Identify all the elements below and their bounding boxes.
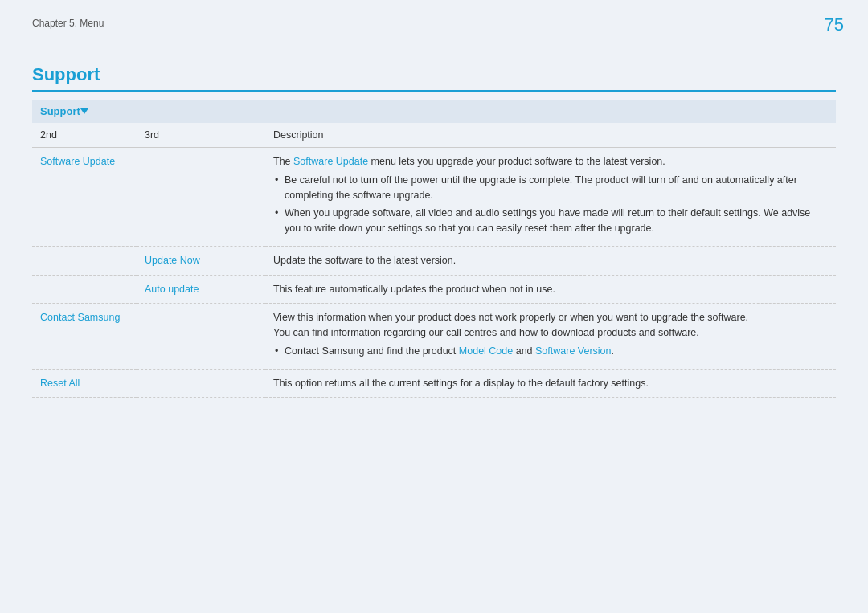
col-desc-header: Description — [265, 123, 836, 148]
support-table: 2nd 3rd Description Software Update The … — [32, 123, 836, 398]
contact-bullet: Contact Samsung and find the product Mod… — [273, 344, 828, 359]
software-version-link[interactable]: Software Version — [535, 345, 612, 357]
auto-update-col3: Auto update — [137, 275, 265, 304]
bullet-and: and — [513, 345, 535, 357]
contact-desc-line2: You can find information regarding our c… — [273, 327, 699, 338]
desc-end: menu lets you upgrade your product softw… — [368, 156, 665, 167]
support-section: Support 2nd 3rd Description Software Upd… — [32, 100, 836, 398]
col-2nd-header: 2nd — [32, 123, 137, 148]
update-now-col2 — [32, 246, 137, 275]
software-update-col3 — [137, 148, 265, 247]
bullet-1: Be careful not to turn off the power unt… — [273, 173, 828, 203]
page-number: 75 — [825, 14, 844, 35]
support-header-text: Support — [40, 105, 80, 117]
triangle-down-icon — [80, 108, 88, 114]
software-update-desc: The Software Update menu lets you upgrad… — [265, 148, 836, 247]
model-code-link[interactable]: Model Code — [459, 345, 513, 357]
bullet-period: . — [612, 345, 614, 357]
contact-samsung-col2: Contact Samsung — [32, 304, 137, 369]
software-update-col2: Software Update — [32, 148, 137, 247]
software-update-inline-link[interactable]: Software Update — [293, 156, 368, 167]
reset-all-col2: Reset All — [32, 369, 137, 398]
contact-samsung-col3 — [137, 304, 265, 369]
update-now-link[interactable]: Update Now — [145, 255, 200, 266]
update-now-col3: Update Now — [137, 246, 265, 275]
table-row: Auto update This feature automatically u… — [32, 275, 836, 304]
support-header-row: Support — [32, 100, 836, 123]
title-divider — [32, 90, 836, 92]
bullet-intro: Contact Samsung and find the product — [285, 345, 459, 357]
auto-update-col2 — [32, 275, 137, 304]
reset-all-col3 — [137, 369, 265, 398]
bullet-2: When you upgrade software, all video and… — [273, 206, 828, 236]
contact-samsung-desc: View this information when your product … — [265, 304, 836, 369]
chapter-label: Chapter 5. Menu — [32, 18, 104, 29]
update-now-desc: Update the software to the latest versio… — [265, 246, 836, 275]
section-title: Support — [32, 64, 836, 85]
contact-samsung-bullets: Contact Samsung and find the product Mod… — [273, 344, 828, 359]
reset-all-link[interactable]: Reset All — [40, 378, 80, 389]
auto-update-link[interactable]: Auto update — [145, 284, 199, 295]
software-update-link[interactable]: Software Update — [40, 156, 115, 167]
contact-samsung-link[interactable]: Contact Samsung — [40, 312, 120, 323]
page-container: 75 Chapter 5. Menu Support Support 2nd 3… — [0, 0, 868, 613]
table-row: Reset All This option returns all the cu… — [32, 369, 836, 398]
content-area: Support Support 2nd 3rd Description — [0, 0, 868, 430]
table-row: Update Now Update the software to the la… — [32, 246, 836, 275]
table-row: Software Update The Software Update menu… — [32, 148, 836, 247]
reset-all-desc: This option returns all the current sett… — [265, 369, 836, 398]
table-row: Contact Samsung View this information wh… — [32, 304, 836, 369]
desc-intro: The — [273, 156, 293, 167]
auto-update-desc: This feature automatically updates the p… — [265, 275, 836, 304]
col-3rd-header: 3rd — [137, 123, 265, 148]
contact-desc-line1: View this information when your product … — [273, 312, 748, 323]
software-update-bullets: Be careful not to turn off the power unt… — [273, 173, 828, 236]
table-header-row: 2nd 3rd Description — [32, 123, 836, 148]
